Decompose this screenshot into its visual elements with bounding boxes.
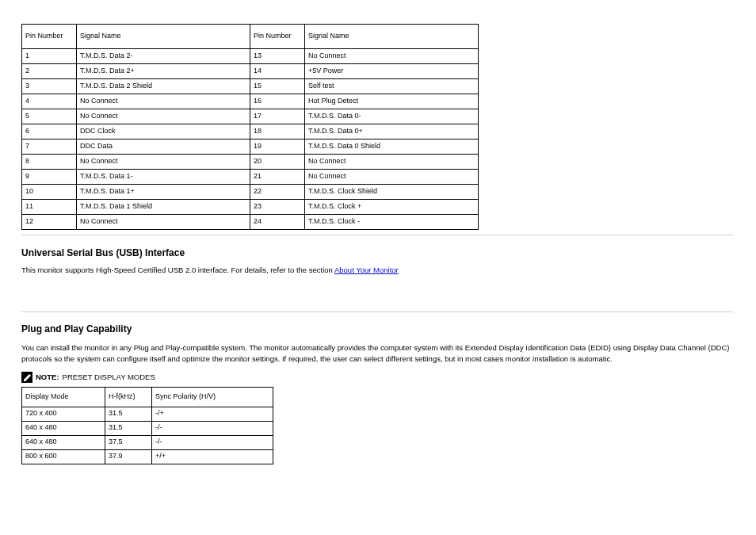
about-monitor-link[interactable]: About Your Monitor bbox=[334, 266, 399, 274]
divider bbox=[21, 235, 733, 235]
header-display-mode: Display Mode bbox=[22, 387, 105, 407]
usb-heading: Universal Serial Bus (USB) Interface bbox=[21, 246, 733, 260]
table-row: 6DDC Clock18T.M.D.S. Data 0+ bbox=[22, 124, 479, 139]
table-row: 4No Connect16Hot Plug Detect bbox=[22, 94, 479, 109]
table-row: 800 x 60037.9+/+ bbox=[22, 449, 273, 464]
pnp-heading: Plug and Play Capability bbox=[21, 323, 733, 334]
header-sync: Sync Polarity (H/V) bbox=[152, 387, 273, 407]
pnp-body: You can install the monitor in any Plug … bbox=[21, 342, 733, 365]
table-row: 8No Connect20No Connect bbox=[22, 155, 479, 170]
table-row: 5No Connect17T.M.D.S. Data 0- bbox=[22, 109, 479, 124]
header-signal-right: Signal Name bbox=[305, 25, 479, 49]
header-pin-left: Pin Number bbox=[22, 25, 77, 49]
pin-signal-table: Pin Number Signal Name Pin Number Signal… bbox=[21, 24, 479, 230]
header-pin-right: Pin Number bbox=[250, 25, 305, 49]
usb-body: This monitor supports High-Speed Certifi… bbox=[21, 265, 733, 276]
table-row: 720 x 40031.5-/+ bbox=[22, 407, 273, 421]
usb-body-prefix: This monitor supports High-Speed Certifi… bbox=[21, 266, 334, 274]
table-row: 10T.M.D.S. Data 1+22T.M.D.S. Clock Shiel… bbox=[22, 185, 479, 200]
note-icon bbox=[21, 372, 32, 383]
table-header-row: Display Mode H-f(kHz) Sync Polarity (H/V… bbox=[22, 387, 273, 407]
table-row: 11T.M.D.S. Data 1 Shield23T.M.D.S. Clock… bbox=[22, 200, 479, 215]
header-signal-left: Signal Name bbox=[77, 25, 250, 49]
header-hf: H-f(kHz) bbox=[105, 387, 152, 407]
table-row: 3T.M.D.S. Data 2 Shield15Self test bbox=[22, 79, 479, 94]
usb-section: Universal Serial Bus (USB) Interface Thi… bbox=[21, 246, 733, 276]
note-line: NOTE: PRESET DISPLAY MODES bbox=[21, 372, 733, 383]
table-row: 640 x 48031.5-/- bbox=[22, 421, 273, 435]
divider bbox=[21, 311, 733, 312]
table-row: 2T.M.D.S. Data 2+14+5V Power bbox=[22, 64, 479, 79]
note-text: PRESET DISPLAY MODES bbox=[63, 373, 155, 381]
table-row: 7DDC Data19T.M.D.S. Data 0 Shield bbox=[22, 139, 479, 155]
table-row: 12No Connect24T.M.D.S. Clock - bbox=[22, 215, 479, 230]
note-label: NOTE: bbox=[36, 373, 59, 381]
preset-modes-table: Display Mode H-f(kHz) Sync Polarity (H/V… bbox=[21, 387, 273, 464]
table-header-row: Pin Number Signal Name Pin Number Signal… bbox=[22, 25, 479, 49]
table-row: 9T.M.D.S. Data 1-21No Connect bbox=[22, 170, 479, 185]
table-row: 1T.M.D.S. Data 2-13No Connect bbox=[22, 49, 479, 64]
pnp-section: Plug and Play Capability You can install… bbox=[21, 323, 733, 464]
table-row: 640 x 48037.5-/- bbox=[22, 435, 273, 449]
